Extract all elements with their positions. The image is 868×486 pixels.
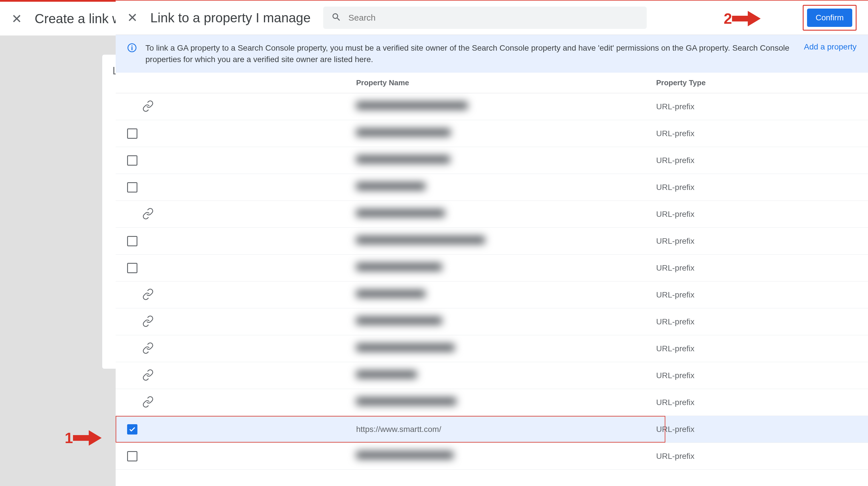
property-type-cell: URL-prefix <box>656 317 857 326</box>
background-title: Create a link w <box>35 11 122 26</box>
svg-rect-2 <box>131 47 132 50</box>
property-type-cell: URL-prefix <box>656 290 857 299</box>
close-icon[interactable]: ✕ <box>127 10 138 25</box>
property-type-cell: URL-prefix <box>656 156 857 165</box>
info-banner: To link a GA property to a Search Consol… <box>116 35 868 73</box>
property-name-cell <box>356 397 656 407</box>
table-row[interactable]: URL-prefix <box>116 120 868 147</box>
property-type-cell: URL-prefix <box>656 344 857 353</box>
property-name-cell <box>356 182 656 192</box>
confirm-button[interactable]: Confirm <box>807 8 852 27</box>
panel-title: Link to a property I manage <box>150 10 311 26</box>
table-row[interactable]: URL-prefix <box>116 335 868 362</box>
table-row[interactable]: URL-prefix <box>116 443 868 470</box>
property-name-cell <box>356 317 656 327</box>
info-icon <box>127 43 137 54</box>
table-row[interactable]: URL-prefix <box>116 147 868 174</box>
link-icon <box>127 100 154 113</box>
table-row[interactable]: URL-prefix <box>116 255 868 282</box>
property-type-cell: URL-prefix <box>656 102 857 111</box>
checkbox[interactable] <box>127 182 137 193</box>
property-name-cell <box>356 102 656 111</box>
property-type-cell: URL-prefix <box>656 210 857 219</box>
close-icon[interactable]: ✕ <box>11 11 22 26</box>
search-icon <box>331 12 342 24</box>
table-row[interactable]: URL-prefix <box>116 228 868 255</box>
table-row[interactable]: URL-prefix <box>116 201 868 228</box>
property-type-cell: URL-prefix <box>656 183 857 192</box>
annotation-2: 2 <box>724 8 761 29</box>
table-row[interactable]: URL-prefix <box>116 309 868 335</box>
property-name-cell: https://www.smartt.com/ <box>356 425 656 434</box>
table-row[interactable]: URL-prefix <box>116 93 868 120</box>
table-row[interactable]: https://www.smartt.com/URL-prefix <box>116 416 868 443</box>
table-header: Property Name Property Type <box>116 73 868 93</box>
property-type-cell: URL-prefix <box>656 398 857 407</box>
link-icon <box>127 208 154 221</box>
property-type-cell: URL-prefix <box>656 129 857 138</box>
property-name-cell <box>356 451 656 461</box>
property-name-cell <box>356 155 656 165</box>
svg-point-1 <box>131 45 132 46</box>
checkbox[interactable] <box>127 155 137 166</box>
property-type-cell: URL-prefix <box>656 452 857 461</box>
property-name-cell <box>356 290 656 300</box>
property-name-cell <box>356 209 656 219</box>
link-property-panel: ✕ Link to a property I manage Confirm To… <box>116 1 868 486</box>
add-property-link[interactable]: Add a property <box>804 42 857 52</box>
checkbox[interactable] <box>127 424 137 434</box>
link-icon <box>127 396 154 409</box>
checkbox[interactable] <box>127 128 137 139</box>
table-row[interactable]: URL-prefix <box>116 282 868 309</box>
column-name-header: Property Name <box>356 78 656 87</box>
table-row[interactable]: URL-prefix <box>116 362 868 389</box>
info-text: To link a GA property to a Search Consol… <box>146 42 804 65</box>
link-icon <box>127 342 154 355</box>
link-icon <box>127 369 154 382</box>
annotation-1: 1 <box>65 428 102 448</box>
column-type-header: Property Type <box>656 78 857 87</box>
link-icon <box>127 315 154 328</box>
property-name-cell <box>356 370 656 381</box>
search-input[interactable] <box>348 13 639 23</box>
checkbox[interactable] <box>127 451 137 461</box>
property-name-cell <box>356 236 656 246</box>
checkbox[interactable] <box>127 236 137 246</box>
property-name-cell <box>356 344 656 354</box>
link-icon <box>127 288 154 301</box>
confirm-highlight: Confirm <box>803 5 857 31</box>
property-type-cell: URL-prefix <box>656 371 857 380</box>
property-name-cell <box>356 128 656 138</box>
search-container[interactable] <box>323 7 647 29</box>
property-type-cell: URL-prefix <box>656 263 857 272</box>
table-row[interactable]: URL-prefix <box>116 389 868 416</box>
checkbox[interactable] <box>127 263 137 273</box>
table-body: URL-prefixURL-prefixURL-prefixURL-prefix… <box>116 93 868 470</box>
property-name-cell <box>356 263 656 273</box>
property-type-cell: URL-prefix <box>656 425 857 434</box>
property-type-cell: URL-prefix <box>656 236 857 246</box>
table-row[interactable]: URL-prefix <box>116 174 868 201</box>
